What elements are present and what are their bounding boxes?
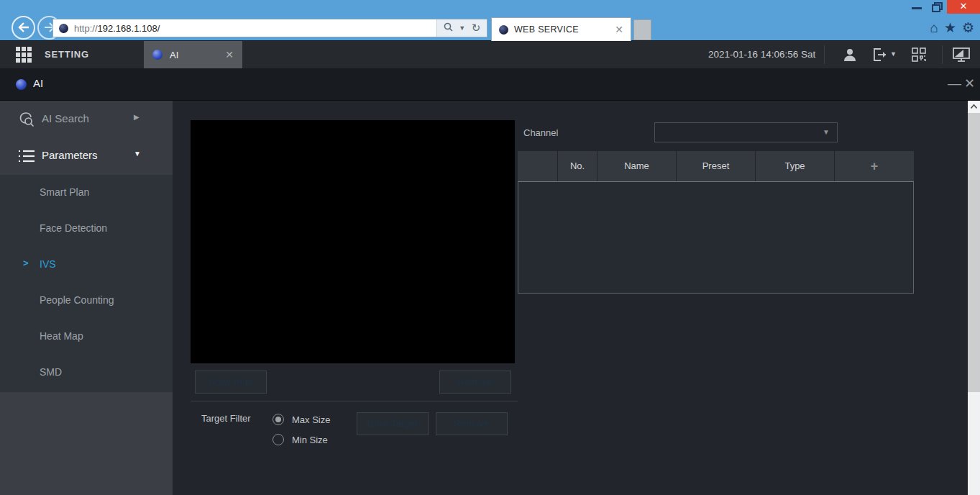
rules-table-body — [518, 181, 914, 294]
back-button[interactable] — [12, 16, 35, 40]
browser-chrome: ✕ http://192.168.1.108/ ▼ ↻ WEB SERVICE … — [0, 0, 980, 41]
browser-toolbar-icons: ⌂ ★ ⚙ — [930, 20, 974, 36]
address-bar[interactable]: http://192.168.1.108/ ▼ ↻ — [52, 19, 487, 37]
ai-tab-label: AI — [170, 50, 178, 60]
remove-rule-button[interactable]: Remove — [439, 371, 511, 394]
ai-window-globe-icon — [16, 79, 27, 90]
video-preview[interactable] — [191, 120, 515, 363]
vertical-scrollbar[interactable] — [968, 101, 980, 495]
sidebar-item-smart-plan[interactable]: Smart Plan — [0, 175, 173, 211]
col-name: Name — [597, 151, 677, 181]
url-scheme: http:// — [74, 23, 98, 34]
favorites-star-icon[interactable]: ★ — [944, 20, 956, 36]
target-filter-label: Target Filter — [201, 413, 251, 424]
ai-window-minimize-icon[interactable]: — — [948, 76, 961, 91]
sidebar-item-parameters[interactable]: Parameters ▼ — [0, 137, 173, 174]
header-divider — [824, 45, 825, 64]
sidebar-menu-top: AI Search ▶ Parameters ▼ — [0, 101, 173, 175]
ai-window-content: AI Search ▶ Parameters ▼ Smart Plan Face… — [0, 101, 980, 495]
main-menu-grid-icon[interactable] — [16, 47, 32, 63]
draw-rule-button[interactable]: Draw Rule — [195, 371, 267, 394]
sidebar-item-ivs[interactable]: >IVS — [0, 247, 173, 283]
rules-table-header: No. Name Preset Type + — [518, 151, 914, 181]
ai-app-tab[interactable]: AI ✕ — [144, 41, 242, 68]
col-type: Type — [756, 151, 835, 181]
display-monitor-icon[interactable] — [952, 46, 971, 63]
new-tab-button[interactable] — [633, 19, 651, 40]
min-size-label[interactable]: Min Size — [292, 435, 328, 445]
add-rule-button[interactable]: + — [835, 151, 914, 181]
user-icon[interactable] — [841, 46, 860, 63]
channel-dropdown-icon[interactable]: ▼ — [823, 123, 830, 142]
url-text[interactable]: http://192.168.1.108/ — [74, 23, 160, 34]
parameters-submenu: Smart Plan Face Detection >IVS People Co… — [0, 175, 173, 392]
chevron-down-icon: ▼ — [134, 150, 141, 158]
ai-tab-close-icon[interactable]: ✕ — [225, 49, 234, 60]
ai-window-titlebar: AI — ✕ — [0, 68, 980, 101]
logout-dropdown-icon[interactable]: ▼ — [890, 50, 897, 58]
rules-table: No. Name Preset Type + — [518, 151, 914, 294]
address-bar-tools: ▼ ↻ — [436, 19, 487, 37]
sidebar-item-smd[interactable]: SMD — [0, 355, 173, 391]
search-dropdown-icon[interactable]: ▼ — [459, 24, 465, 32]
url-host: 192.168.1.108/ — [98, 23, 160, 34]
channel-label: Channel — [523, 127, 558, 138]
site-favicon — [59, 24, 68, 33]
screen: ✕ http://192.168.1.108/ ▼ ↻ WEB SERVICE … — [0, 0, 980, 495]
tab-title: WEB SERVICE — [514, 24, 579, 35]
ai-search-icon — [17, 110, 36, 132]
tab-close-icon[interactable]: ✕ — [615, 24, 623, 35]
active-chevron-icon: > — [23, 258, 29, 268]
sidebar-item-heat-map[interactable]: Heat Map — [0, 319, 173, 355]
home-icon[interactable]: ⌂ — [930, 20, 938, 36]
datetime-display: 2021-01-16 14:06:56 Sat — [708, 49, 815, 60]
browser-tab[interactable]: WEB SERVICE ✕ — [491, 17, 631, 41]
col-preset: Preset — [677, 151, 756, 181]
parameters-label: Parameters — [42, 149, 98, 161]
qr-code-icon[interactable] — [910, 46, 929, 63]
ai-tab-globe-icon — [152, 50, 162, 60]
scroll-up-icon[interactable] — [968, 101, 980, 113]
sidebar-item-people-counting[interactable]: People Counting — [0, 283, 173, 319]
header-divider — [942, 45, 943, 64]
sidebar: AI Search ▶ Parameters ▼ Smart Plan Face… — [0, 101, 173, 495]
sidebar-filler — [0, 392, 173, 495]
browser-minimize-icon[interactable] — [912, 7, 922, 9]
setting-menu-label[interactable]: SETTING — [45, 49, 89, 60]
browser-close-button[interactable]: ✕ — [947, 0, 980, 14]
scrollbar-thumb[interactable] — [968, 113, 980, 392]
col-checkbox — [518, 151, 558, 181]
ai-search-label: AI Search — [42, 112, 89, 124]
browser-restore-icon[interactable] — [932, 2, 943, 12]
sidebar-item-ai-search[interactable]: AI Search ▶ — [0, 101, 173, 137]
app-header: SETTING AI ✕ 2021-01-16 14:06:56 Sat ▼ — [0, 41, 980, 68]
max-size-label[interactable]: Max Size — [292, 414, 330, 425]
ai-window-title: AI — [33, 77, 43, 89]
remove-target-button[interactable]: Remove — [436, 412, 508, 435]
sidebar-item-face-detection[interactable]: Face Detection — [0, 211, 173, 247]
horizontal-divider — [191, 401, 518, 401]
col-no: No. — [558, 151, 597, 181]
refresh-icon[interactable]: ↻ — [472, 22, 481, 35]
logout-icon[interactable] — [871, 46, 890, 63]
chevron-right-icon: ▶ — [134, 113, 139, 121]
min-size-radio[interactable] — [273, 434, 284, 445]
parameters-list-icon — [17, 147, 36, 168]
search-icon[interactable] — [444, 22, 453, 35]
tab-favicon — [499, 25, 508, 35]
draw-target-button[interactable]: Draw Target — [357, 412, 429, 435]
settings-gear-icon[interactable]: ⚙ — [962, 20, 974, 36]
ai-window-close-icon[interactable]: ✕ — [964, 76, 975, 91]
max-size-radio[interactable] — [273, 414, 284, 425]
channel-select[interactable]: ▼ — [654, 122, 838, 142]
